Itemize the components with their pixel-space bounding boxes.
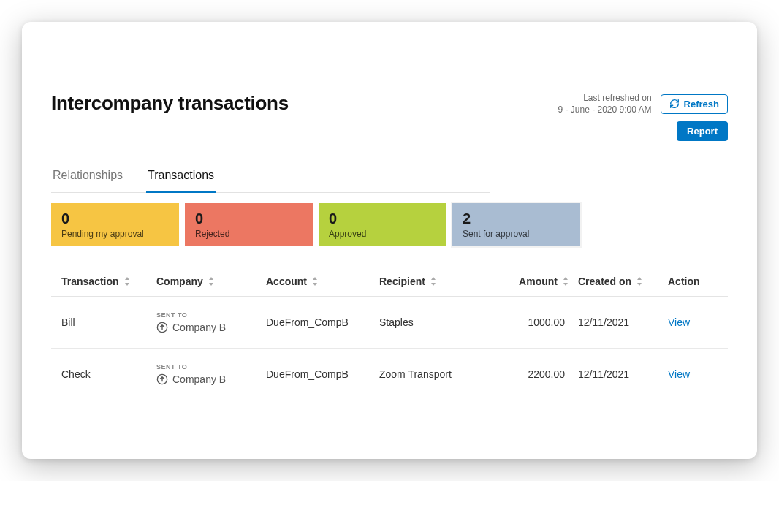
col-action: Action (668, 276, 726, 287)
stat-approved[interactable]: 0 Approved (319, 203, 446, 246)
view-link[interactable]: View (668, 368, 690, 380)
top-spacer (51, 48, 728, 92)
refresh-icon (669, 99, 680, 109)
stat-value: 0 (61, 210, 169, 227)
table-header: Transaction Company Account Recipient (51, 267, 728, 297)
col-label: Amount (519, 276, 558, 287)
cell-account: DueFrom_CompB (266, 316, 379, 328)
stat-value: 2 (463, 210, 570, 227)
page-card: Intercompany transactions Last refreshed… (22, 22, 757, 459)
transactions-table: Transaction Company Account Recipient (51, 267, 728, 400)
sort-icon (562, 277, 569, 286)
stat-label: Approved (329, 229, 436, 239)
company-name: Company B (172, 322, 226, 333)
last-refreshed-value: 9 - June - 2020 9:00 AM (558, 104, 651, 115)
table-row: Check SENT TO Company B DueFrom_CompB Zo… (51, 349, 728, 400)
tab-relationships[interactable]: Relationships (51, 162, 124, 193)
col-label: Account (266, 276, 307, 287)
col-label: Transaction (61, 276, 119, 287)
stat-row: 0 Pending my approval 0 Rejected 0 Appro… (51, 203, 728, 246)
col-label: Recipient (379, 276, 425, 287)
col-account[interactable]: Account (266, 276, 379, 287)
sort-icon (636, 277, 643, 286)
report-button-label: Report (687, 126, 718, 137)
col-company[interactable]: Company (156, 276, 266, 287)
cell-account: DueFrom_CompB (266, 368, 379, 380)
stat-label: Rejected (195, 229, 303, 239)
col-transaction[interactable]: Transaction (61, 276, 156, 287)
sort-icon (208, 277, 215, 286)
company-line: Company B (156, 373, 266, 385)
cell-amount: 2200.00 (482, 368, 569, 380)
cell-transaction: Bill (61, 316, 156, 328)
last-refreshed: Last refreshed on 9 - June - 2020 9:00 A… (558, 92, 651, 115)
cell-recipient: Staples (379, 316, 482, 328)
stat-label: Pending my approval (61, 229, 169, 239)
table-row: Bill SENT TO Company B DueFrom_CompB Sta… (51, 297, 728, 349)
sent-to-label: SENT TO (156, 363, 266, 370)
stat-rejected[interactable]: 0 Rejected (185, 203, 313, 246)
company-line: Company B (156, 322, 266, 333)
col-label: Company (156, 276, 203, 287)
col-amount[interactable]: Amount (482, 276, 569, 287)
view-link[interactable]: View (668, 316, 690, 328)
upload-icon (156, 373, 168, 385)
upload-icon (156, 322, 168, 333)
refresh-button[interactable]: Refresh (661, 94, 728, 114)
tabs: Relationships Transactions (51, 162, 490, 193)
sent-to-label: SENT TO (156, 311, 266, 319)
report-button[interactable]: Report (677, 121, 728, 141)
last-refreshed-label: Last refreshed on (558, 92, 651, 104)
stat-label: Sent for approval (463, 229, 570, 239)
company-name: Company B (172, 373, 226, 385)
page-title: Intercompany transactions (51, 92, 289, 115)
cell-created-on: 12/11/2021 (569, 316, 668, 328)
cell-company: SENT TO Company B (156, 363, 266, 385)
col-created-on[interactable]: Created on (569, 276, 668, 287)
stat-pending-my-approval[interactable]: 0 Pending my approval (51, 203, 179, 246)
stat-value: 0 (329, 210, 436, 227)
refresh-row: Last refreshed on 9 - June - 2020 9:00 A… (558, 92, 728, 115)
header-right: Last refreshed on 9 - June - 2020 9:00 A… (558, 92, 728, 141)
cell-company: SENT TO Company B (156, 311, 266, 333)
stat-value: 0 (195, 210, 303, 227)
cell-transaction: Check (61, 368, 156, 380)
cell-created-on: 12/11/2021 (569, 368, 668, 380)
cell-action: View (668, 368, 726, 380)
col-label: Action (668, 276, 700, 287)
sort-icon (123, 277, 131, 286)
col-recipient[interactable]: Recipient (379, 276, 482, 287)
sort-icon (430, 277, 437, 286)
cell-recipient: Zoom Transport (379, 368, 482, 380)
stat-sent-for-approval[interactable]: 2 Sent for approval (452, 203, 580, 246)
header-row: Intercompany transactions Last refreshed… (51, 92, 728, 141)
cell-amount: 1000.00 (482, 316, 569, 328)
col-label: Created on (578, 276, 631, 287)
refresh-button-label: Refresh (684, 99, 719, 110)
cell-action: View (668, 316, 726, 328)
sort-icon (311, 277, 319, 286)
tab-transactions[interactable]: Transactions (146, 162, 216, 193)
